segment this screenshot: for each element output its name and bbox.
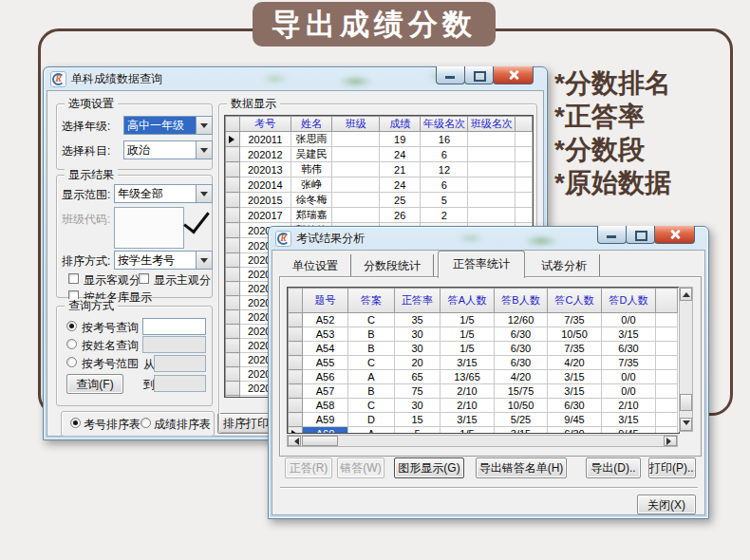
cell[interactable]: 张峥 bbox=[291, 177, 332, 193]
cell[interactable]: 30 bbox=[395, 342, 441, 356]
scroll-right-button[interactable] bbox=[664, 436, 677, 446]
cell[interactable] bbox=[468, 193, 516, 208]
cell[interactable]: 20 bbox=[395, 356, 441, 370]
cell[interactable]: 75 bbox=[395, 384, 441, 399]
cell[interactable]: 3/15 bbox=[548, 370, 602, 384]
tab-3[interactable]: 正答率统计 bbox=[438, 251, 525, 278]
cell[interactable] bbox=[516, 208, 533, 223]
cell[interactable]: D bbox=[348, 413, 395, 427]
exam-no-input[interactable] bbox=[142, 318, 206, 335]
by-range-radio[interactable] bbox=[66, 357, 77, 367]
cell[interactable]: 5/25 bbox=[495, 413, 548, 427]
cell[interactable] bbox=[656, 413, 678, 427]
cell[interactable]: A55 bbox=[303, 356, 348, 370]
cell[interactable]: 21 bbox=[379, 162, 421, 177]
cell[interactable]: 3/15 bbox=[441, 413, 495, 427]
cell[interactable]: 2 bbox=[421, 208, 468, 223]
cell[interactable]: 10/50 bbox=[548, 327, 602, 342]
cell[interactable]: 3/15 bbox=[441, 356, 495, 370]
subject-combobox[interactable]: 政治 bbox=[123, 140, 213, 159]
scroll-up-button[interactable] bbox=[680, 288, 692, 301]
export-button[interactable]: 导出(D).. bbox=[586, 457, 641, 478]
dropdown-arrow-icon[interactable] bbox=[196, 252, 212, 269]
cell[interactable]: 0/0 bbox=[602, 384, 656, 399]
vertical-scrollbar[interactable] bbox=[679, 287, 693, 432]
cell[interactable]: 13/65 bbox=[441, 370, 495, 384]
cell[interactable] bbox=[332, 208, 379, 223]
cell[interactable]: 2/10 bbox=[441, 399, 495, 413]
objective-score-checkbox[interactable] bbox=[68, 273, 79, 284]
cell[interactable]: 10/50 bbox=[495, 399, 548, 413]
cell[interactable]: 3/15 bbox=[602, 413, 656, 427]
cell[interactable]: 6/30 bbox=[602, 342, 656, 356]
print-button[interactable]: 打印(P)... bbox=[648, 457, 696, 478]
cell[interactable] bbox=[516, 132, 533, 147]
horizontal-scroll-thumb[interactable] bbox=[302, 436, 338, 446]
sort-mode-combobox-value[interactable]: 按学生考号 bbox=[115, 252, 196, 269]
subject-combobox-value[interactable]: 政治 bbox=[124, 141, 196, 159]
cell[interactable]: 0/0 bbox=[602, 313, 656, 327]
cell[interactable] bbox=[468, 162, 516, 177]
cell[interactable]: 3/15 bbox=[495, 427, 548, 435]
cell[interactable]: 15/75 bbox=[495, 384, 548, 399]
cell[interactable]: 202011 bbox=[240, 132, 291, 147]
cell[interactable]: 9/45 bbox=[602, 427, 656, 435]
cell[interactable]: A60 bbox=[303, 427, 348, 435]
cell[interactable]: B bbox=[348, 327, 395, 342]
close-button[interactable] bbox=[493, 66, 534, 84]
cell[interactable] bbox=[468, 177, 516, 193]
cell[interactable]: 202015 bbox=[240, 193, 291, 208]
cell[interactable]: C bbox=[348, 313, 395, 327]
cell[interactable] bbox=[332, 132, 379, 147]
cell[interactable] bbox=[656, 427, 678, 435]
vertical-scroll-thumb[interactable] bbox=[680, 394, 692, 411]
cell[interactable] bbox=[332, 177, 379, 193]
range-combobox[interactable]: 年级全部 bbox=[114, 184, 213, 203]
cell[interactable]: A59 bbox=[303, 413, 348, 427]
exam-no-sort-radio[interactable] bbox=[70, 418, 81, 428]
cell[interactable]: 韩伟 bbox=[291, 162, 332, 177]
class-code-box[interactable] bbox=[114, 207, 184, 249]
horizontal-scrollbar[interactable] bbox=[287, 435, 678, 447]
range-combobox-value[interactable]: 年级全部 bbox=[115, 185, 196, 202]
cell[interactable] bbox=[468, 132, 516, 147]
cell[interactable]: 张思雨 bbox=[291, 132, 332, 147]
cell[interactable]: 6/30 bbox=[548, 427, 602, 435]
cell[interactable]: 7/35 bbox=[548, 342, 602, 356]
cell[interactable]: 65 bbox=[395, 370, 441, 384]
cell[interactable]: 1/5 bbox=[441, 327, 495, 342]
sort-mode-combobox[interactable]: 按学生考号 bbox=[114, 251, 213, 270]
dropdown-arrow-icon[interactable] bbox=[196, 185, 212, 202]
cell[interactable]: 30 bbox=[395, 399, 441, 413]
maximize-button[interactable] bbox=[464, 66, 494, 84]
cell[interactable]: 26 bbox=[379, 208, 421, 223]
cell[interactable]: A bbox=[348, 370, 395, 384]
cell[interactable] bbox=[656, 399, 678, 413]
cell[interactable]: 19 bbox=[379, 132, 421, 147]
cell[interactable]: 0/0 bbox=[602, 370, 656, 384]
graph-display-button[interactable]: 图形显示(G) bbox=[394, 457, 464, 478]
subjective-score-checkbox[interactable] bbox=[139, 273, 149, 284]
cell[interactable]: 1/5 bbox=[441, 427, 495, 435]
cell[interactable] bbox=[468, 147, 516, 162]
wrong-answer-button[interactable]: 错答(W) bbox=[337, 457, 384, 478]
cell[interactable]: 24 bbox=[379, 177, 421, 193]
cell[interactable]: 2/10 bbox=[602, 399, 656, 413]
score-sort-radio[interactable] bbox=[141, 418, 151, 428]
scroll-left-button[interactable] bbox=[288, 436, 301, 446]
cell[interactable] bbox=[332, 193, 379, 208]
by-name-radio[interactable] bbox=[66, 339, 77, 349]
cell[interactable] bbox=[332, 162, 379, 177]
cell[interactable]: 徐冬梅 bbox=[291, 193, 332, 208]
cell[interactable]: 5 bbox=[395, 427, 441, 435]
cell[interactable]: 1/5 bbox=[441, 313, 495, 327]
cell[interactable] bbox=[656, 342, 678, 356]
cell[interactable]: 202013 bbox=[240, 162, 291, 177]
cell[interactable]: 30 bbox=[395, 327, 441, 342]
cell[interactable] bbox=[468, 208, 516, 223]
close-window-button[interactable]: 关闭(X) bbox=[637, 495, 696, 514]
scroll-down-button[interactable] bbox=[680, 418, 692, 431]
cell[interactable] bbox=[516, 193, 533, 208]
cell[interactable]: B bbox=[348, 342, 395, 356]
cell[interactable] bbox=[656, 370, 678, 384]
